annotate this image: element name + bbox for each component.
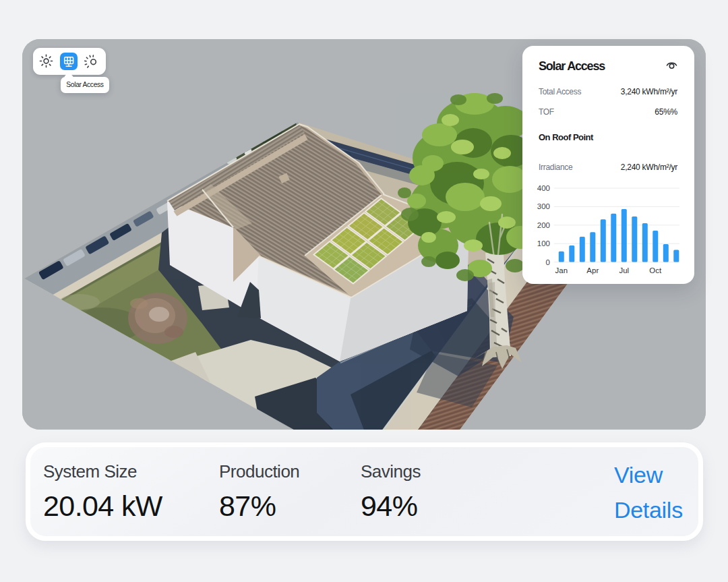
svg-text:0: 0 (546, 258, 550, 266)
svg-text:Jan: Jan (555, 266, 568, 274)
svg-text:200: 200 (537, 221, 550, 229)
svg-text:400: 400 (537, 184, 550, 192)
svg-text:Oct: Oct (649, 266, 662, 274)
svg-text:Apr: Apr (586, 266, 599, 274)
svg-text:100: 100 (537, 239, 550, 248)
svg-text:Jul: Jul (619, 266, 629, 274)
svg-text:300: 300 (537, 202, 550, 210)
